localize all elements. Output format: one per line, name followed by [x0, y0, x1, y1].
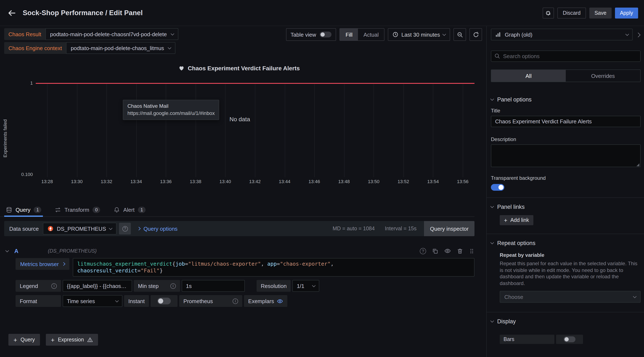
query-help-icon[interactable]: ?: [420, 248, 426, 254]
apply-button[interactable]: Apply: [615, 7, 638, 18]
warning-triangle-icon: [87, 337, 93, 343]
query-inspector-button[interactable]: Query inspector: [424, 221, 474, 236]
refresh-icon: [472, 31, 479, 38]
duplicate-query-icon[interactable]: [432, 248, 438, 254]
datasource-picker[interactable]: DS_PROMETHEUS: [43, 223, 116, 234]
collapse-query-chevron[interactable]: [6, 249, 9, 252]
x-tick: 13:56: [450, 179, 475, 184]
save-button[interactable]: Save: [589, 7, 612, 18]
fill-option[interactable]: Fill: [340, 29, 358, 41]
legend-input[interactable]: [63, 280, 132, 292]
variable-value-dropdown[interactable]: podtato-main-pod-delete-chaos_litmus: [66, 42, 176, 54]
format-value: Time series: [67, 298, 95, 304]
actual-option[interactable]: Actual: [358, 29, 384, 41]
promql-token: ,: [330, 261, 334, 267]
repeat-description: Repeat this panel for each value in the …: [500, 261, 641, 287]
y-axis-label: Experiments failed: [2, 119, 8, 157]
drag-handle-icon[interactable]: [469, 248, 474, 254]
variable-value-dropdown[interactable]: podtato-main-pod-delete-chaosnl7vd-pod-d…: [46, 28, 178, 40]
panel-link-url[interactable]: https://mail.google.com/mail/u/1/#inbox: [128, 110, 215, 117]
panel-settings-gear-button[interactable]: [543, 7, 554, 18]
disable-query-eye-icon[interactable]: [444, 247, 451, 254]
zoom-out-button[interactable]: [454, 28, 466, 41]
refresh-button[interactable]: [470, 28, 482, 41]
promql-expression-editor[interactable]: litmuschaos_experiment_verdict{job="litm…: [73, 258, 475, 277]
add-expression-label: Expression: [58, 337, 84, 343]
page-title: Sock-Shop Performance / Edit Panel: [23, 9, 142, 17]
search-options-input[interactable]: [491, 51, 641, 62]
min-step-label-text: Min step: [138, 283, 158, 289]
time-range-picker[interactable]: Last 30 minutes: [388, 28, 450, 41]
repeat-options-section-header[interactable]: Repeat options: [491, 240, 641, 246]
y-tick: 0.100: [11, 172, 33, 177]
tab-query[interactable]: Query 1: [4, 203, 43, 216]
tab-all[interactable]: All: [491, 70, 566, 82]
title-field-label: Title: [491, 108, 641, 114]
table-view-toggle[interactable]: [320, 32, 332, 38]
legend-field-label: Legend i: [16, 280, 61, 292]
table-view-control: Table view: [286, 28, 336, 41]
info-icon: i: [170, 283, 176, 289]
panel-link-tooltip[interactable]: Chaos Native Mail https://mail.google.co…: [123, 100, 219, 120]
y-tick: 1: [11, 80, 33, 86]
collapse-options-pane-button[interactable]: [636, 30, 641, 39]
description-textarea[interactable]: [491, 144, 641, 167]
chevron-down-icon: [490, 205, 494, 208]
instant-field-label: Instant: [124, 295, 149, 307]
format-select[interactable]: Time series: [63, 295, 122, 307]
add-query-button[interactable]: + Query: [8, 334, 40, 346]
display-section-header[interactable]: Display: [491, 318, 641, 324]
exemplars-eye-icon[interactable]: [277, 298, 283, 304]
add-expression-button[interactable]: + Expression: [46, 334, 98, 346]
tab-transform[interactable]: Transform 0: [53, 203, 102, 216]
gridline: [344, 84, 344, 177]
visualization-picker[interactable]: Graph (old): [491, 29, 633, 41]
gridline: [463, 84, 463, 177]
variable-value-text: podtato-main-pod-delete-chaos_litmus: [71, 45, 164, 51]
panel-link-title[interactable]: Chaos Native Mail: [128, 103, 215, 110]
query-ref-id: A: [14, 248, 18, 254]
tab-transform-label: Transform: [64, 206, 90, 213]
chevron-right-icon: [636, 33, 641, 37]
gear-icon: [545, 10, 552, 16]
repeat-variable-select[interactable]: Choose: [500, 291, 641, 303]
tab-overrides[interactable]: Overrides: [566, 70, 640, 82]
discard-button[interactable]: Discard: [557, 7, 586, 18]
metrics-browser-button[interactable]: Metrics browser: [16, 258, 70, 270]
format-field-label: Format: [16, 295, 61, 307]
min-step-input[interactable]: [182, 280, 245, 292]
instant-toggle[interactable]: [157, 298, 171, 304]
panel-options-section-header[interactable]: Panel options: [491, 96, 641, 103]
resolution-select[interactable]: 1/1: [292, 280, 320, 292]
resolution-label-text: Resolution: [261, 283, 287, 289]
description-field-label: Description: [491, 136, 641, 142]
alert-heart-icon: [179, 66, 184, 71]
variable-label: Chaos Engine context: [4, 42, 66, 54]
gridline: [225, 84, 226, 177]
x-axis-ticks: 13:2813:3013:3213:3413:3613:3813:4013:42…: [0, 179, 474, 185]
transparent-background-label: Transparent background: [491, 175, 641, 181]
description-field: [491, 144, 641, 168]
query-footer-actions: + Query + Expression: [8, 334, 474, 346]
variable-chaos-engine-context: Chaos Engine context podtato-main-pod-de…: [4, 42, 178, 54]
panel-title-input[interactable]: [491, 116, 641, 127]
chevron-down-icon: [109, 226, 112, 230]
max-data-points-info: MD = auto = 1084: [333, 226, 375, 232]
datasource-help-button[interactable]: ?: [119, 223, 131, 234]
query-options-toggle[interactable]: Query options: [138, 225, 178, 232]
chevron-down-icon: [115, 299, 119, 302]
add-link-button[interactable]: + Add link: [500, 215, 533, 225]
transparent-background-toggle[interactable]: [491, 184, 504, 191]
promql-token: ,: [261, 261, 267, 267]
resize-handle[interactable]: [636, 163, 639, 166]
delete-query-trash-icon[interactable]: [457, 248, 463, 254]
promql-token: litmuschaos_experiment_verdict: [78, 261, 172, 267]
promql-token: job: [176, 261, 185, 267]
panel-links-section-header[interactable]: Panel links: [491, 204, 641, 210]
bars-toggle[interactable]: [564, 336, 576, 342]
tab-alert[interactable]: Alert 1: [112, 203, 147, 216]
promql-token: =: [138, 267, 141, 274]
x-tick: 13:42: [242, 179, 268, 184]
x-tick: 13:34: [124, 179, 149, 184]
back-arrow-icon[interactable]: [6, 7, 18, 19]
